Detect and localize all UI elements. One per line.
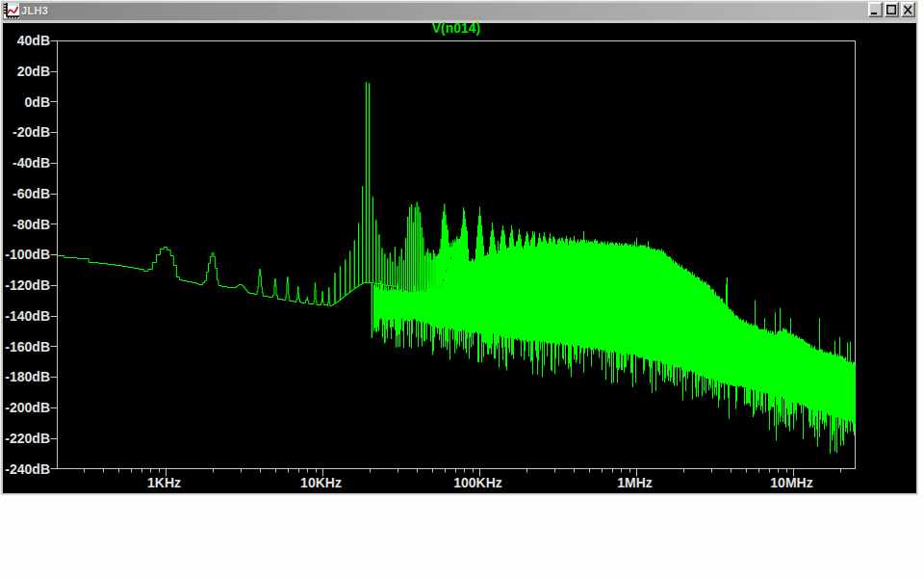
svg-text:-140dB: -140dB: [5, 308, 50, 324]
svg-text:0dB: 0dB: [25, 94, 50, 110]
svg-text:-60dB: -60dB: [13, 186, 50, 201]
svg-text:-200dB: -200dB: [5, 400, 50, 415]
svg-text:40dB: 40dB: [17, 33, 50, 48]
svg-text:-80dB: -80dB: [13, 217, 50, 232]
svg-text:-220dB: -220dB: [5, 431, 50, 446]
svg-text:-240dB: -240dB: [5, 461, 50, 477]
svg-text:1KHz: 1KHz: [147, 475, 181, 490]
svg-text:-120dB: -120dB: [5, 277, 50, 293]
svg-text:-40dB: -40dB: [13, 155, 50, 171]
svg-text:10KHz: 10KHz: [300, 475, 342, 490]
svg-text:10MHz: 10MHz: [770, 475, 812, 490]
svg-text:100KHz: 100KHz: [453, 475, 502, 490]
svg-text:-180dB: -180dB: [5, 369, 50, 384]
svg-text:1MHz: 1MHz: [617, 475, 653, 490]
svg-text:-100dB: -100dB: [5, 247, 50, 262]
svg-text:20dB: 20dB: [17, 64, 50, 79]
svg-text:V(n014): V(n014): [432, 20, 481, 36]
svg-text:-20dB: -20dB: [13, 124, 50, 140]
svg-text:-160dB: -160dB: [5, 339, 50, 355]
